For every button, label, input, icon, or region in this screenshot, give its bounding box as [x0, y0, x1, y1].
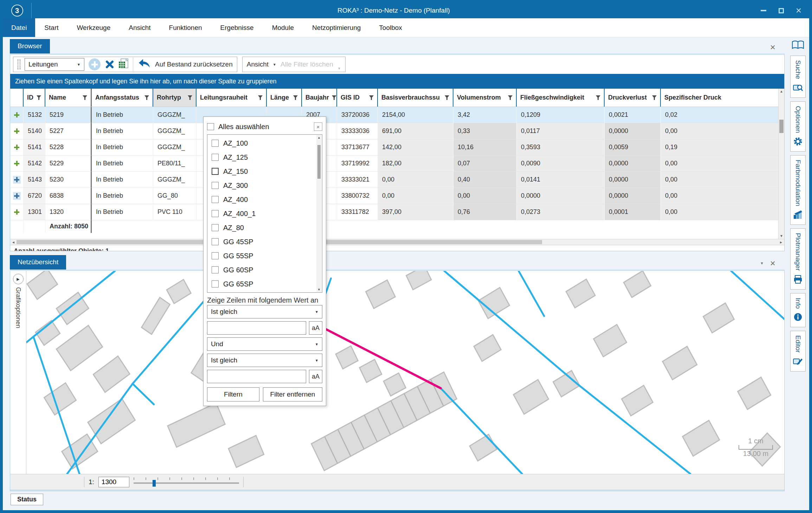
- filter-list-item[interactable]: AZ_80: [209, 221, 316, 235]
- table-cell[interactable]: 33333021: [337, 172, 378, 188]
- table-cell[interactable]: 0,76: [453, 204, 517, 220]
- map-canvas[interactable]: [26, 271, 784, 474]
- table-cell[interactable]: 142,00: [378, 139, 453, 156]
- table-cell[interactable]: 5228: [45, 139, 92, 156]
- table-cell[interactable]: 0,33: [453, 123, 517, 139]
- table-cell[interactable]: 1301: [24, 204, 45, 220]
- table-row[interactable]: 51435230In BetriebGGGZM_2007333330210,00…: [10, 172, 784, 188]
- table-row[interactable]: 51405227In BetriebGGGZM_200733333036691,…: [10, 123, 784, 139]
- column-header-volumenstrom[interactable]: Volumenstrom: [453, 89, 517, 107]
- table-cell[interactable]: 5143: [24, 172, 45, 188]
- sidebar-tab-suche[interactable]: Suche: [790, 56, 806, 98]
- object-type-select[interactable]: Leitungen▼: [25, 58, 84, 71]
- row-expander-cell[interactable]: [10, 188, 24, 204]
- add-button[interactable]: [89, 58, 101, 70]
- remove-filter-button[interactable]: Filter entfernen: [263, 387, 322, 401]
- column-header-baujahr[interactable]: Baujahr: [302, 89, 337, 107]
- row-expander-cell[interactable]: [10, 204, 24, 220]
- undo-icon[interactable]: [137, 58, 151, 70]
- table-cell[interactable]: 0,00: [378, 172, 453, 188]
- operator1-select[interactable]: Ist gleich▼: [207, 305, 322, 318]
- table-cell[interactable]: In Betrieb: [92, 123, 153, 139]
- filter-icon[interactable]: [144, 95, 149, 100]
- table-cell[interactable]: 5141: [24, 139, 45, 156]
- table-cell[interactable]: 2154,00: [378, 107, 453, 123]
- scale-input[interactable]: [98, 477, 129, 487]
- table-cell[interactable]: GGGZM_: [153, 139, 196, 156]
- selected-pipe[interactable]: [315, 324, 441, 388]
- tab-browser[interactable]: Browser: [10, 39, 50, 53]
- column-header-spezifischer-druck[interactable]: Spezifischer Druck: [661, 89, 784, 107]
- table-cell[interactable]: 0,0000: [605, 156, 661, 172]
- table-cell[interactable]: In Betrieb: [92, 188, 153, 204]
- drag-grip-icon[interactable]: [18, 59, 20, 69]
- checkbox[interactable]: [212, 168, 219, 175]
- popup-close-icon[interactable]: ×: [314, 122, 322, 131]
- column-header-länge[interactable]: Länge: [267, 89, 302, 107]
- filter-icon[interactable]: [369, 95, 374, 100]
- scrollbar-thumb[interactable]: [317, 145, 321, 179]
- filter-list-item[interactable]: GG 55SP: [209, 249, 316, 263]
- tab-netzuebersicht[interactable]: Netzübersicht: [10, 255, 66, 270]
- scroll-up-icon[interactable]: ▲: [780, 89, 783, 94]
- scroll-left-icon[interactable]: ◄: [10, 240, 17, 244]
- checkbox[interactable]: [212, 196, 219, 203]
- checkbox[interactable]: [212, 210, 219, 217]
- filter-list-item[interactable]: AZ_150: [209, 164, 316, 178]
- filter-list-item[interactable]: GG 60SP: [209, 263, 316, 277]
- table-cell[interactable]: 0,0000: [605, 123, 661, 139]
- graphic-options-label[interactable]: Grafikoptionen: [14, 287, 22, 328]
- scroll-up-icon[interactable]: ▲: [317, 135, 321, 140]
- table-cell[interactable]: 0,0000: [605, 188, 661, 204]
- checkbox[interactable]: [212, 252, 219, 259]
- app-logo[interactable]: 3: [3, 3, 32, 18]
- sidebar-tab-farbmodulation[interactable]: Farbmodulation: [790, 155, 806, 225]
- slider-thumb[interactable]: [153, 480, 156, 487]
- table-cell[interactable]: 0,3593: [517, 139, 605, 156]
- help-book-icon[interactable]: [792, 39, 804, 52]
- table-cell[interactable]: 0,0000: [517, 188, 605, 204]
- filter-value1-input[interactable]: [207, 321, 306, 335]
- menu-tab-ansicht[interactable]: Ansicht: [120, 18, 160, 37]
- clear-all-filters-button[interactable]: Alle Filter löschen: [281, 61, 333, 68]
- table-cell[interactable]: 0,02: [661, 107, 784, 123]
- table-cell[interactable]: 5142: [24, 156, 45, 172]
- table-cell[interactable]: PE80/11_: [153, 156, 196, 172]
- row-expander-cell[interactable]: [10, 156, 24, 172]
- menu-tab-start[interactable]: Start: [35, 18, 67, 37]
- checkbox[interactable]: [212, 280, 219, 287]
- filter-icon[interactable]: [332, 95, 336, 100]
- checkbox[interactable]: [212, 182, 219, 189]
- group-by-hint[interactable]: Ziehen Sie einen Spaltenkopf und legen S…: [10, 74, 784, 89]
- table-cell[interactable]: 5230: [45, 172, 92, 188]
- column-header-druckverlust[interactable]: Druckverlust: [605, 89, 661, 107]
- menu-tab-module[interactable]: Module: [263, 18, 303, 37]
- table-cell[interactable]: 10,16: [453, 139, 517, 156]
- filter-value2-input[interactable]: [207, 370, 306, 383]
- sidebar-tab-optionen[interactable]: Optionen: [790, 101, 806, 152]
- menu-tab-toolbox[interactable]: Toolbox: [370, 18, 411, 37]
- browser-close-icon[interactable]: ×: [770, 44, 775, 51]
- table-cell[interactable]: GGGZM_: [153, 107, 196, 123]
- expand-graphic-options-button[interactable]: ▶: [13, 274, 24, 284]
- menu-tab-netzoptimierung[interactable]: Netzoptimierung: [303, 18, 370, 37]
- table-cell[interactable]: 6838: [45, 188, 92, 204]
- table-cell[interactable]: 397,00: [378, 204, 453, 220]
- row-expander-cell[interactable]: [10, 123, 24, 139]
- row-expander-cell[interactable]: [10, 107, 24, 123]
- table-cell[interactable]: In Betrieb: [92, 172, 153, 188]
- table-cell[interactable]: In Betrieb: [92, 139, 153, 156]
- expand-icon[interactable]: [13, 176, 21, 184]
- checkbox[interactable]: [212, 238, 219, 245]
- table-row[interactable]: 13011320In BetriebPVC 110197233311782397…: [10, 204, 784, 220]
- filter-list-item[interactable]: AZ_400_1: [209, 207, 316, 221]
- view-menu-button[interactable]: Ansicht: [247, 61, 269, 68]
- table-cell[interactable]: 3,42: [453, 107, 517, 123]
- checkbox[interactable]: [212, 224, 219, 231]
- table-cell[interactable]: 5140: [24, 123, 45, 139]
- expand-icon[interactable]: [13, 127, 21, 135]
- apply-filter-button[interactable]: Filtern: [207, 387, 259, 401]
- filter-list-item[interactable]: AZ_300: [209, 178, 316, 192]
- case-sensitive-toggle[interactable]: aA: [309, 370, 322, 383]
- table-cell[interactable]: 1320: [45, 204, 92, 220]
